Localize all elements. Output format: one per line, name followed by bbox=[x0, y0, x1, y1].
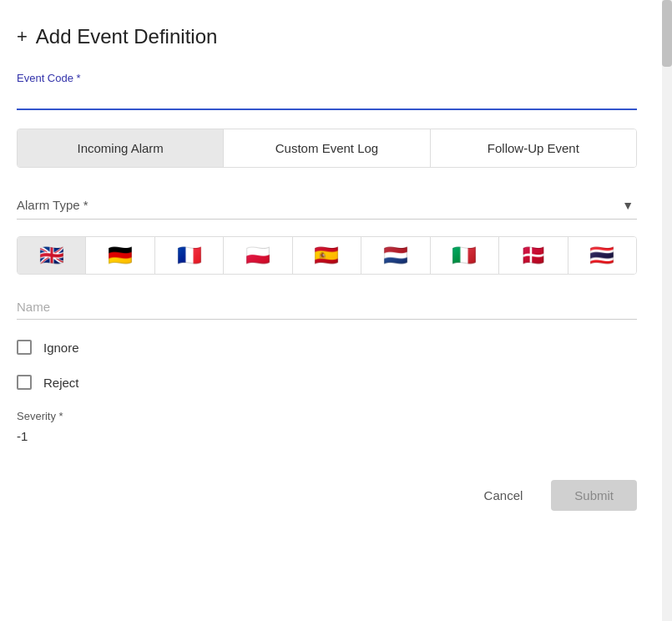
flag-button-dk[interactable]: 🇩🇰 bbox=[499, 237, 568, 274]
tabs-row: Incoming Alarm Custom Event Log Follow-U… bbox=[17, 129, 637, 168]
alarm-type-wrapper: Alarm Type * Alarm Type 1 Alarm Type 2 ▼ bbox=[17, 191, 637, 220]
reject-label: Reject bbox=[43, 376, 79, 390]
severity-label: Severity * bbox=[17, 410, 637, 422]
page-title-row: + Add Event Definition bbox=[17, 25, 637, 48]
page-title: Add Event Definition bbox=[36, 25, 217, 48]
name-section bbox=[17, 295, 637, 320]
event-code-input[interactable] bbox=[17, 88, 637, 110]
flag-nl-icon: 🇳🇱 bbox=[383, 245, 408, 265]
ignore-checkbox[interactable] bbox=[17, 340, 32, 355]
tab-follow-up-event[interactable]: Follow-Up Event bbox=[431, 129, 636, 167]
flag-button-th[interactable]: 🇹🇭 bbox=[568, 237, 636, 274]
flag-button-de[interactable]: 🇩🇪 bbox=[86, 237, 154, 274]
flag-button-uk[interactable]: 🇬🇧 bbox=[18, 237, 86, 274]
event-code-label: Event Code * bbox=[17, 72, 637, 84]
tab-custom-event-log[interactable]: Custom Event Log bbox=[224, 129, 430, 167]
flag-button-nl[interactable]: 🇳🇱 bbox=[361, 237, 430, 274]
flag-button-es[interactable]: 🇪🇸 bbox=[293, 237, 361, 274]
flag-fr-icon: 🇫🇷 bbox=[177, 245, 202, 265]
event-code-section: Event Code * bbox=[17, 72, 637, 110]
reject-checkbox[interactable] bbox=[17, 375, 32, 390]
flag-button-fr[interactable]: 🇫🇷 bbox=[155, 237, 224, 274]
plus-icon: + bbox=[17, 26, 28, 48]
reject-row: Reject bbox=[17, 375, 637, 390]
submit-button[interactable]: Submit bbox=[551, 480, 637, 511]
ignore-row: Ignore bbox=[17, 340, 637, 355]
severity-section: Severity * -1 bbox=[17, 410, 637, 447]
flag-pl-icon: 🇵🇱 bbox=[245, 245, 270, 265]
tab-incoming-alarm[interactable]: Incoming Alarm bbox=[18, 129, 224, 167]
severity-value: -1 bbox=[17, 426, 637, 447]
cancel-button[interactable]: Cancel bbox=[467, 480, 540, 511]
flags-row: 🇬🇧 🇩🇪 🇫🇷 🇵🇱 🇪🇸 🇳🇱 🇮🇹 🇩🇰 🇹🇭 bbox=[17, 236, 637, 275]
flag-dk-icon: 🇩🇰 bbox=[521, 245, 546, 265]
flag-button-pl[interactable]: 🇵🇱 bbox=[224, 237, 292, 274]
flag-it-icon: 🇮🇹 bbox=[452, 245, 477, 265]
flag-th-icon: 🇹🇭 bbox=[589, 245, 614, 265]
name-input[interactable] bbox=[17, 295, 637, 320]
flag-es-icon: 🇪🇸 bbox=[314, 245, 339, 265]
flag-uk-icon: 🇬🇧 bbox=[39, 245, 64, 265]
flag-button-it[interactable]: 🇮🇹 bbox=[431, 237, 499, 274]
footer-actions: Cancel Submit bbox=[17, 480, 637, 528]
flag-de-icon: 🇩🇪 bbox=[108, 245, 133, 265]
ignore-label: Ignore bbox=[43, 341, 79, 355]
alarm-type-section: Alarm Type * Alarm Type 1 Alarm Type 2 ▼ bbox=[17, 191, 637, 220]
alarm-type-select[interactable]: Alarm Type * Alarm Type 1 Alarm Type 2 bbox=[17, 191, 637, 220]
